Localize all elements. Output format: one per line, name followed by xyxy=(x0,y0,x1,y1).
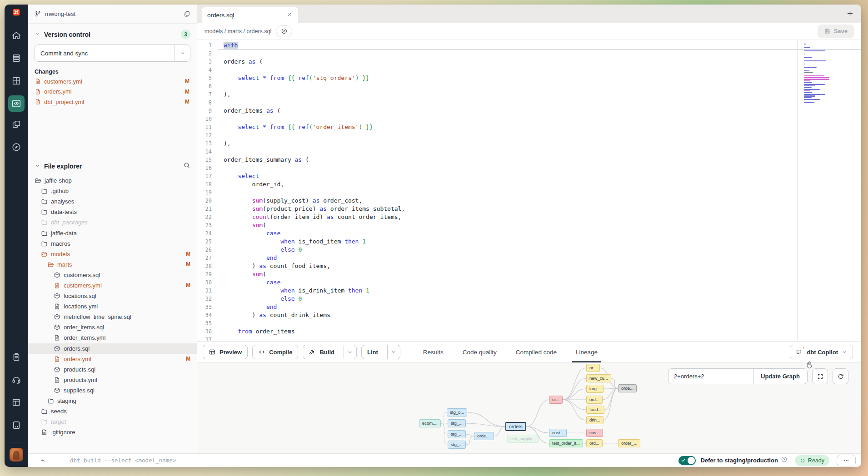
tree-item-target[interactable]: target xyxy=(28,416,197,427)
dag-node-stg0[interactable]: stg_o... xyxy=(447,408,467,416)
tree-item--gitignore[interactable]: .gitignore xyxy=(28,427,197,437)
code-line[interactable]: 26 else 0 xyxy=(197,246,861,254)
dag-node-orde1[interactable]: orde.... xyxy=(474,432,494,440)
code-editor[interactable]: 1with23orders as (45 select * from {{ re… xyxy=(197,40,861,341)
dag-node-cusp[interactable]: cus... xyxy=(586,429,603,437)
dag-node-testsup[interactable]: test_supply... xyxy=(507,435,539,443)
code-line[interactable]: 2 xyxy=(197,50,861,58)
tree-item-customers-sql[interactable]: customers.sql xyxy=(28,270,197,280)
dag-node-newcu[interactable]: new_cu... xyxy=(586,374,611,382)
code-line[interactable]: 6 xyxy=(197,82,861,90)
dag-node-ordy1[interactable]: ord... xyxy=(586,396,603,404)
code-line[interactable]: 19 xyxy=(197,188,861,197)
lineage-filter-input[interactable]: 2+orders+2 xyxy=(668,369,753,384)
dag-node-ordy2[interactable]: ord... xyxy=(586,439,603,447)
more-options-button[interactable] xyxy=(837,455,856,466)
compile-button[interactable]: Compile xyxy=(252,345,298,359)
tree-item--github[interactable]: .github xyxy=(28,186,197,196)
code-line[interactable]: 28 ) as count_food_items, xyxy=(197,262,861,270)
code-line[interactable]: 37 xyxy=(197,336,861,341)
change-item[interactable]: customers.ymlM xyxy=(35,78,190,85)
dbt-logo-icon[interactable] xyxy=(13,9,20,16)
defer-toggle[interactable] xyxy=(678,456,696,465)
code-line[interactable]: 27 end xyxy=(197,254,861,262)
changelog-icon[interactable] xyxy=(11,352,21,364)
tree-item-macros[interactable]: macros xyxy=(28,238,197,249)
tree-item-data-tests[interactable]: data-tests xyxy=(28,207,197,217)
dag-node-ecom[interactable]: ecom.... xyxy=(419,419,441,427)
dag-node-ordy3[interactable]: order_... xyxy=(618,439,640,447)
refresh-button[interactable] xyxy=(833,368,848,384)
dag-node-orp[interactable]: or... xyxy=(549,396,563,404)
tree-item-locations-yml[interactable]: locations.yml xyxy=(28,301,197,312)
tree-item-marts[interactable]: martsM xyxy=(28,259,197,270)
tree-item-analyses[interactable]: analyses xyxy=(28,196,197,207)
code-line[interactable]: 22 count(order_item_id) as count_order_i… xyxy=(197,213,861,221)
dag-node-ordeg[interactable]: orde... xyxy=(618,384,637,392)
dag-node-drin[interactable]: drin... xyxy=(586,416,604,424)
branch-name[interactable]: mwong-test xyxy=(45,10,75,17)
tree-item-jaffle-data[interactable]: jaffle-data xyxy=(28,228,197,238)
code-line[interactable]: 32 else 0 xyxy=(197,295,861,303)
tree-item-staging[interactable]: staging xyxy=(28,396,197,406)
command-input[interactable]: dbt build --select <model_name> xyxy=(70,457,176,464)
tree-item-products-yml[interactable]: products.yml xyxy=(28,375,197,385)
search-icon[interactable] xyxy=(183,162,190,171)
code-line[interactable]: 23 sum( xyxy=(197,221,861,229)
dag-node-stg3[interactable]: stg_... xyxy=(448,441,466,449)
code-line[interactable]: 11 select * from {{ ref('order_items') }… xyxy=(197,123,861,131)
code-line[interactable]: 13), xyxy=(197,139,861,148)
code-line[interactable]: 16 xyxy=(197,164,861,172)
tree-item-models[interactable]: modelsM xyxy=(28,249,197,259)
lint-options-chevron[interactable] xyxy=(387,345,400,359)
new-tab-button[interactable] xyxy=(846,10,854,19)
close-icon[interactable] xyxy=(287,11,293,19)
tree-item-products-sql[interactable]: products.sql xyxy=(28,364,197,375)
ide-icon-active[interactable] xyxy=(8,95,25,112)
panel-tab-compiled-code[interactable]: Compiled code xyxy=(516,342,557,362)
tree-item-locations-sql[interactable]: locations.sql xyxy=(28,291,197,301)
code-line[interactable]: 8 xyxy=(197,99,861,107)
tree-item-order-items-yml[interactable]: order_items.yml xyxy=(28,332,197,343)
fullscreen-button[interactable] xyxy=(812,368,828,384)
dag-node-larg[interactable]: larg... xyxy=(586,385,604,393)
panel-tab-code-quality[interactable]: Code quality xyxy=(463,342,497,362)
code-line[interactable]: 3orders as ( xyxy=(197,58,861,66)
commit-options-chevron[interactable] xyxy=(175,45,190,61)
panel-tab-results[interactable]: Results xyxy=(423,342,444,362)
tree-item-customers-yml[interactable]: customers.ymlM xyxy=(28,280,197,291)
build-options-chevron[interactable] xyxy=(344,345,356,359)
code-line[interactable]: 25 when is_food_item then 1 xyxy=(197,238,861,246)
commit-and-sync-button[interactable]: Commit and sync xyxy=(35,45,190,62)
code-line[interactable]: 1with xyxy=(197,41,861,50)
code-line[interactable]: 7), xyxy=(197,90,861,99)
change-item[interactable]: dbt_project.ymlM xyxy=(35,98,190,106)
tree-item-supplies-sql[interactable]: supplies.sql xyxy=(28,385,197,396)
code-line[interactable]: 36 from order_items xyxy=(197,327,861,336)
tree-item-metricflow-time-spine-sql[interactable]: metricflow_time_spine.sql xyxy=(28,312,197,322)
code-line[interactable]: 14 xyxy=(197,148,861,156)
support-icon[interactable] xyxy=(11,375,21,387)
code-line[interactable]: 34 ) as count_drink_items xyxy=(197,311,861,319)
code-line[interactable]: 10 xyxy=(197,115,861,123)
explore-icon[interactable] xyxy=(11,142,21,154)
panel-tab-lineage[interactable]: Lineage xyxy=(576,342,598,362)
dag-node-ory[interactable]: or... xyxy=(586,364,600,372)
code-line[interactable]: 9order_items as ( xyxy=(197,107,861,115)
code-line[interactable]: 35 xyxy=(197,319,861,327)
dag-node-stg1[interactable]: stg_... xyxy=(448,419,466,427)
tab-orders-sql[interactable]: orders.sql xyxy=(202,7,298,23)
environments-icon[interactable] xyxy=(11,53,21,65)
dag-node-stg2[interactable]: stg_... xyxy=(448,430,466,438)
lineage-panel[interactable]: ecom....stg_o...stg_...stg_...stg_...ord… xyxy=(197,362,861,453)
code-line[interactable]: 21 sum(product_price) as order_items_sub… xyxy=(197,205,861,213)
tree-item-seeds[interactable]: seeds xyxy=(28,406,197,416)
chevron-down-icon[interactable] xyxy=(35,30,40,39)
code-line[interactable]: 12 xyxy=(197,131,861,139)
dbt-copilot-button[interactable]: dbt Copilot xyxy=(790,345,853,359)
minimap[interactable] xyxy=(804,44,831,105)
projects-icon[interactable] xyxy=(11,119,21,131)
code-line[interactable]: 17 select xyxy=(197,172,861,180)
collapse-command-bar-button[interactable] xyxy=(28,454,57,467)
build-button[interactable]: Build xyxy=(303,345,340,359)
